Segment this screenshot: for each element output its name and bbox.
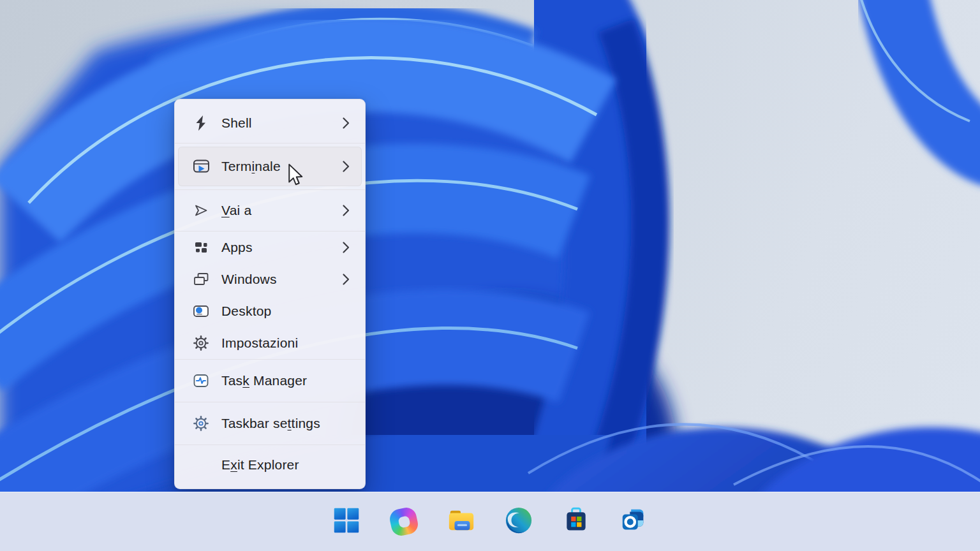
menu-item-label: Shell bbox=[221, 115, 252, 131]
taskbar-outlook-button[interactable] bbox=[617, 505, 650, 538]
menu-item-label: Apps bbox=[221, 240, 253, 255]
menu-item-taskbar-settings[interactable]: Taskbar settings bbox=[175, 402, 365, 444]
menu-item-label: Terminale bbox=[221, 159, 281, 174]
menu-item-windows[interactable]: Windows bbox=[175, 263, 365, 295]
taskbar-file-explorer-button[interactable] bbox=[445, 505, 478, 538]
menu-item-label: Windows bbox=[221, 272, 277, 287]
windows-cascade-icon bbox=[192, 270, 210, 288]
desktop: Shell Terminale Vai bbox=[0, 0, 980, 551]
mouse-cursor bbox=[285, 163, 304, 189]
go-to-pointer-icon bbox=[192, 202, 210, 219]
menu-item-label: Taskbar settings bbox=[221, 416, 320, 431]
menu-item-label: Exit Explorer bbox=[221, 457, 299, 473]
wallpaper-bloom bbox=[0, 0, 980, 551]
menu-item-shell[interactable]: Shell bbox=[175, 103, 365, 143]
menu-item-apps[interactable]: Apps bbox=[175, 231, 365, 263]
chevron-right-icon bbox=[342, 117, 350, 129]
file-explorer-icon bbox=[447, 506, 476, 538]
menu-item-terminale[interactable]: Terminale bbox=[175, 143, 365, 189]
copilot-icon bbox=[388, 506, 420, 538]
chevron-right-icon bbox=[342, 204, 350, 217]
taskbar-context-menu: Shell Terminale Vai bbox=[174, 99, 366, 489]
chevron-right-icon bbox=[342, 241, 350, 254]
desktop-icon bbox=[192, 302, 210, 320]
settings-gear-icon bbox=[192, 334, 210, 352]
outlook-icon bbox=[619, 506, 648, 538]
taskbar-start-button[interactable] bbox=[330, 505, 363, 538]
windhawk-bolt-icon bbox=[192, 114, 210, 132]
taskbar-edge-button[interactable] bbox=[502, 505, 535, 538]
menu-item-label: Impostazioni bbox=[221, 335, 298, 351]
terminal-icon bbox=[192, 158, 210, 175]
chevron-right-icon bbox=[342, 160, 350, 173]
microsoft-store-icon bbox=[562, 506, 590, 538]
windows-start-icon bbox=[332, 506, 360, 537]
menu-item-desktop[interactable]: Desktop bbox=[175, 295, 365, 327]
menu-item-impostazioni[interactable]: Impostazioni bbox=[175, 327, 365, 359]
menu-item-icon-spacer bbox=[192, 456, 210, 474]
task-manager-icon bbox=[192, 372, 210, 390]
taskbar bbox=[0, 492, 980, 551]
menu-item-exit-explorer[interactable]: Exit Explorer bbox=[175, 445, 365, 485]
apps-grid-icon bbox=[192, 239, 210, 256]
taskbar-microsoft-store-button[interactable] bbox=[560, 505, 593, 538]
menu-item-label: Desktop bbox=[221, 304, 271, 319]
menu-item-vai-a[interactable]: Vai a bbox=[175, 190, 365, 231]
menu-item-task-manager[interactable]: Task Manager bbox=[175, 360, 365, 402]
edge-icon bbox=[504, 506, 533, 538]
taskbar-copilot-button[interactable] bbox=[387, 505, 420, 538]
menu-item-label: Task Manager bbox=[221, 373, 307, 388]
chevron-right-icon bbox=[342, 273, 350, 286]
menu-item-label: Vai a bbox=[221, 203, 251, 218]
taskbar-settings-gear-icon bbox=[192, 415, 210, 432]
